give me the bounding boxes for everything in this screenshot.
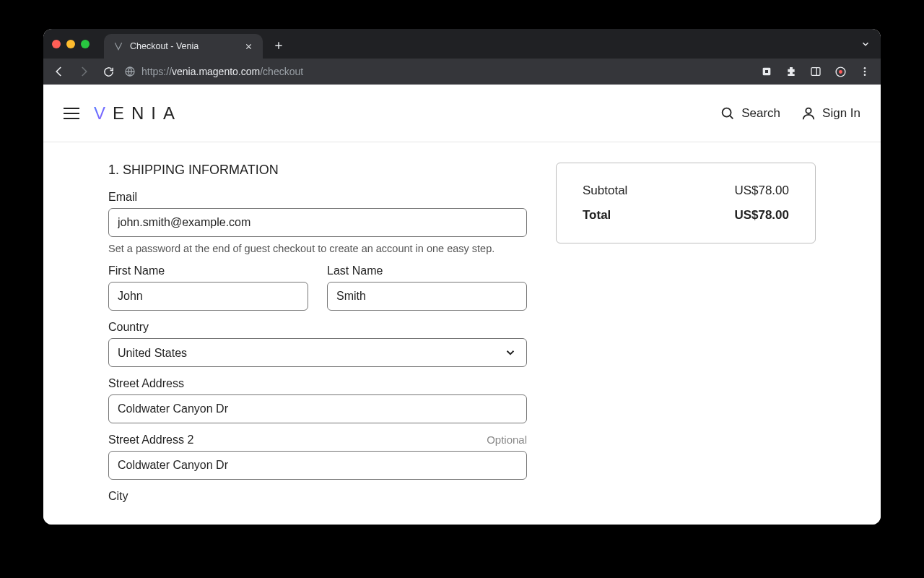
svg-point-9 [864, 74, 866, 76]
country-field-group: Country United States [108, 321, 527, 367]
browser-window: Checkout - Venia https://venia.mag [43, 29, 881, 525]
total-label: Total [583, 208, 611, 223]
street1-label: Street Address [108, 377, 184, 390]
header-actions: Search Sign In [720, 105, 860, 121]
tab-close-button[interactable] [243, 40, 254, 52]
total-value: US$78.00 [734, 208, 789, 223]
svg-line-11 [730, 115, 733, 118]
subtotal-row: Subtotal US$78.00 [583, 184, 789, 198]
menu-button[interactable] [64, 105, 81, 122]
email-hint: Set a password at the end of guest check… [108, 243, 527, 254]
tabs-dropdown-button[interactable] [860, 29, 871, 59]
forward-button[interactable] [75, 63, 92, 80]
reload-button[interactable] [100, 63, 117, 80]
svg-point-12 [806, 108, 811, 113]
city-field-group: City [108, 490, 527, 503]
svg-point-10 [723, 108, 731, 116]
country-select[interactable]: United States [108, 338, 527, 367]
url-scheme: https:// [141, 66, 172, 77]
extension-icon[interactable] [758, 63, 775, 80]
browser-toolbar: https://venia.magento.com/checkout [43, 59, 881, 85]
street2-input[interactable] [108, 451, 527, 480]
new-tab-button[interactable] [269, 35, 289, 56]
subtotal-label: Subtotal [583, 184, 627, 198]
last-name-label: Last Name [327, 264, 383, 277]
country-label: Country [108, 321, 149, 334]
first-name-label: First Name [108, 264, 165, 277]
logo-text: ENIA [113, 103, 182, 124]
back-button[interactable] [51, 63, 68, 80]
profile-icon[interactable] [832, 63, 849, 80]
street1-input[interactable] [108, 394, 527, 423]
street2-optional-label: Optional [487, 434, 527, 446]
shipping-form: 1. SHIPPING INFORMATION Email Set a pass… [108, 163, 527, 525]
logo-v-icon: V [94, 103, 113, 124]
svg-rect-2 [765, 70, 768, 73]
toolbar-right [758, 63, 873, 80]
site-header: VENIA Search Sign In [43, 85, 881, 142]
search-label: Search [741, 106, 780, 121]
signin-label: Sign In [822, 106, 860, 121]
url-text: https://venia.magento.com/checkout [141, 66, 303, 77]
address-bar[interactable]: https://venia.magento.com/checkout [124, 66, 751, 77]
last-name-field-group: Last Name [327, 264, 527, 311]
user-icon [801, 105, 816, 121]
first-name-field-group: First Name [108, 264, 308, 311]
search-button[interactable]: Search [720, 105, 780, 121]
svg-rect-3 [811, 68, 820, 76]
search-icon [720, 105, 736, 121]
svg-point-6 [839, 70, 842, 74]
email-field-group: Email Set a password at the end of guest… [108, 191, 527, 254]
street2-field-group: Street Address 2 Optional [108, 434, 527, 480]
total-row: Total US$78.00 [583, 208, 789, 223]
window-minimize-button[interactable] [66, 40, 75, 48]
last-name-input[interactable] [327, 282, 527, 311]
tab-title: Checkout - Venia [130, 41, 199, 51]
window-maximize-button[interactable] [81, 40, 90, 48]
subtotal-value: US$78.00 [734, 184, 789, 198]
window-controls [52, 29, 90, 59]
browser-menu-button[interactable] [856, 63, 873, 80]
svg-point-8 [864, 71, 866, 73]
first-name-input[interactable] [108, 282, 308, 311]
signin-button[interactable]: Sign In [801, 105, 860, 121]
tab-favicon [113, 40, 124, 52]
extensions-puzzle-icon[interactable] [783, 63, 800, 80]
email-input[interactable] [108, 208, 527, 237]
email-label: Email [108, 191, 137, 204]
site-logo[interactable]: VENIA [94, 103, 182, 124]
section-title: 1. SHIPPING INFORMATION [108, 163, 527, 178]
url-path: /checkout [260, 66, 303, 77]
street1-field-group: Street Address [108, 377, 527, 423]
sidepanel-icon[interactable] [807, 63, 824, 80]
browser-tabbar: Checkout - Venia [43, 29, 881, 59]
city-label: City [108, 490, 128, 503]
main-content: 1. SHIPPING INFORMATION Email Set a pass… [43, 142, 881, 525]
site-info-icon[interactable] [124, 66, 136, 77]
order-summary: Subtotal US$78.00 Total US$78.00 [556, 163, 816, 243]
window-close-button[interactable] [52, 40, 61, 48]
svg-point-7 [864, 67, 866, 69]
browser-tab[interactable]: Checkout - Venia [104, 34, 263, 59]
url-host: venia.magento.com [172, 66, 260, 77]
street2-label: Street Address 2 [108, 434, 193, 447]
page: VENIA Search Sign In 1. SH [43, 85, 881, 525]
